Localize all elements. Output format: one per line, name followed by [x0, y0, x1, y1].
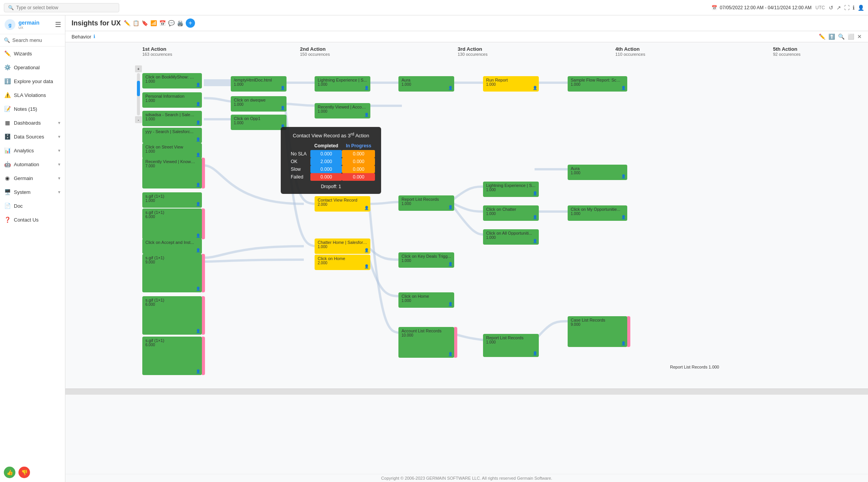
- sidebar-item-contactus[interactable]: ❓ Contact Us: [0, 213, 65, 227]
- calendar-icon: 📅: [711, 5, 717, 10]
- sidebar-item-label: Germain: [14, 175, 54, 181]
- node-n3b[interactable]: Recently Viewed | Accoun... 1.000 👤: [315, 103, 370, 118]
- node-n4e[interactable]: Account List Records 10.000 👤: [398, 327, 454, 358]
- wizards-icon: ✏️: [4, 50, 11, 57]
- chart-icon[interactable]: 📶: [150, 20, 157, 26]
- print-icon[interactable]: 🖨️: [177, 20, 183, 26]
- sidebar-item-label: System: [14, 189, 54, 195]
- tooltip-row-slow: Slow 0.000 0.000: [287, 165, 375, 173]
- add-button[interactable]: +: [186, 18, 195, 28]
- sidebar-item-dashboards[interactable]: ▦ Dashboards ▼: [0, 116, 65, 130]
- edit-toolbar-icon[interactable]: ✏️: [819, 33, 825, 40]
- sidebar-item-sla[interactable]: ⚠️ SLA Violations: [0, 88, 65, 102]
- node-n6a[interactable]: Sample Flow Report: Scre... 1.000 👤: [568, 76, 627, 92]
- node-n3[interactable]: sdsadsa - Search | Sales... 1.000 👤: [142, 111, 202, 126]
- external-link-icon[interactable]: ↗: [836, 5, 841, 11]
- logo-sub: UX: [18, 26, 39, 30]
- node-n4b[interactable]: Report List Records 1.000 👤: [398, 195, 454, 211]
- node-n3d[interactable]: Chatter Home | Salesforc... 1.000 👤: [315, 238, 370, 254]
- search-input[interactable]: [16, 5, 93, 10]
- node-n4a[interactable]: Aura 1.000 👤: [398, 76, 454, 92]
- node-n4[interactable]: yyy - Search | Salesforc... 👤: [142, 128, 202, 143]
- refresh-icon[interactable]: ↺: [829, 5, 833, 11]
- col-header-3: 3rd Action 130 occurences: [458, 46, 535, 57]
- node-n2[interactable]: Personal Information 1.000 👤: [142, 92, 202, 108]
- slider-up-button[interactable]: +: [135, 65, 142, 72]
- topbar-actions: ↺ ↗ ⛶ ℹ 👤: [829, 5, 864, 11]
- slider-down-button[interactable]: -: [135, 116, 142, 123]
- node-n12[interactable]: s.gif (1×1) 6.000 👤: [142, 337, 202, 375]
- sidebar-item-analytics[interactable]: 📊 Analytics ▼: [0, 143, 65, 157]
- share-toolbar-icon[interactable]: ⬆️: [828, 33, 835, 40]
- datasources-icon: 🗄️: [4, 133, 11, 140]
- node-n5e[interactable]: Report List Records 1.000 👤: [483, 334, 539, 357]
- search-toolbar-icon[interactable]: 🔍: [838, 33, 845, 40]
- flow-area[interactable]: .conn { fill: none; stroke: #b0c4de; str…: [65, 42, 868, 474]
- comment-icon[interactable]: 💬: [168, 20, 175, 26]
- fullscreen-icon[interactable]: ⛶: [844, 5, 850, 11]
- sidebar-search[interactable]: 🔍 Search menu: [0, 34, 65, 47]
- slider-track[interactable]: [137, 73, 140, 115]
- chevron-down-icon: ▼: [57, 121, 61, 125]
- sidebar-item-explore[interactable]: ℹ️ Explore your data: [0, 74, 65, 88]
- chevron-down-icon: ▼: [57, 190, 61, 194]
- germain-icon: ◉: [4, 175, 11, 181]
- node-n6b[interactable]: Aura 1.000 👤: [568, 165, 627, 180]
- sidebar-item-notes[interactable]: 📝 Notes (15): [0, 102, 65, 116]
- copy-icon[interactable]: 📋: [133, 20, 139, 26]
- toolbar-right: ✏️ ⬆️ 🔍 ⬜ ✕: [819, 33, 862, 40]
- node-n1[interactable]: Click on BookMyShow: Mo... 1.000 👤: [142, 73, 202, 88]
- node-n10[interactable]: s.gif (1×1) 9.000 👤: [142, 254, 202, 292]
- node-n5d[interactable]: Click on All Opportuniti... 1.000 👤: [483, 229, 539, 245]
- node-n3e[interactable]: Click on Home 2.000 👤: [315, 255, 370, 270]
- col-count-2: 150 occurences: [300, 52, 377, 57]
- close-toolbar-icon[interactable]: ✕: [857, 33, 862, 40]
- node-n5[interactable]: Click on Street View 1.000 👤: [142, 143, 202, 158]
- slider-thumb[interactable]: [137, 81, 140, 96]
- top-bar: 🔍 📅 07/05/2022 12:00 AM - 04/11/2024 12:…: [0, 0, 868, 15]
- node-n5a[interactable]: Run Report 1.000 👤: [483, 76, 539, 92]
- node-n4c[interactable]: Click on Key Deals Trigg... 1.000 👤: [398, 252, 454, 268]
- sidebar-item-datasources[interactable]: 🗄️ Data Sources ▼: [0, 130, 65, 143]
- node-n5b[interactable]: Lightning Experience | S... 1.000 👤: [483, 182, 539, 197]
- node-n6c[interactable]: Click on My Opportunitie... 1.000 👤: [568, 205, 627, 221]
- node-n6d[interactable]: Case List Records 9.000 👤: [568, 316, 627, 347]
- sidebar: g germain UX ☰ 🔍 Search menu ✏️ Wizards …: [0, 15, 65, 482]
- vertical-slider[interactable]: + -: [135, 65, 142, 123]
- bookmark-icon[interactable]: 🔖: [142, 20, 148, 26]
- node-n2b[interactable]: Click on dweqwe 1.000 👤: [231, 96, 287, 112]
- node-n2c[interactable]: Click on Opp1 1.000 👤: [231, 115, 287, 130]
- hamburger-icon[interactable]: ☰: [55, 20, 61, 29]
- window-toolbar-icon[interactable]: ⬜: [848, 33, 854, 40]
- node-n5c[interactable]: Click on Chatter 1.000 👤: [483, 205, 539, 221]
- node-n2a[interactable]: /emptyHtmlDoc.html 1.000 👤: [231, 76, 287, 92]
- calendar-icon[interactable]: 📅: [159, 20, 166, 26]
- behavior-info-icon[interactable]: ℹ: [93, 34, 95, 39]
- node-n11[interactable]: s.gif (1×1) 6.000 👤: [142, 296, 202, 335]
- sidebar-item-operational[interactable]: ⚙️ Operational: [0, 60, 65, 74]
- info-icon[interactable]: ℹ: [853, 5, 855, 11]
- sidebar-item-system[interactable]: 🖥️ System ▼: [0, 185, 65, 199]
- sidebar-item-automation[interactable]: 🤖 Automation ▼: [0, 157, 65, 171]
- node-n4d[interactable]: Click on Home 1.000 👤: [398, 292, 454, 308]
- sidebar-item-doc[interactable]: 📄 Doc: [0, 199, 65, 213]
- sidebar-item-label: Automation: [14, 162, 54, 167]
- thumbs-down-button[interactable]: 👎: [18, 467, 30, 478]
- tooltip-popup: Contact View Record as 3rd Action Comple…: [281, 127, 381, 194]
- edit-icon[interactable]: ✏️: [124, 20, 130, 26]
- node-n7[interactable]: s.gif (1×1) 1.000 👤: [142, 192, 202, 208]
- sidebar-logo: g germain UX ☰: [0, 15, 65, 34]
- node-n6[interactable]: Recently Viewed | Knowle... 7.000 👤: [142, 158, 202, 188]
- sidebar-item-germain[interactable]: ◉ Germain ▼: [0, 171, 65, 185]
- node-n9[interactable]: Click on Accept and Inst... 👤: [142, 238, 202, 254]
- user-icon[interactable]: 👤: [858, 5, 864, 11]
- sidebar-item-wizards[interactable]: ✏️ Wizards: [0, 47, 65, 60]
- sidebar-item-label: Dashboards: [14, 120, 54, 126]
- node-n8[interactable]: s.gif (1×1) 6.000 👤: [142, 208, 202, 239]
- node-n3c[interactable]: Contact View Record 2.000 👤: [315, 196, 370, 212]
- search-bar[interactable]: 🔍: [4, 3, 119, 12]
- chevron-down-icon: ▼: [57, 176, 61, 180]
- node-n3a[interactable]: Lightning Experience | S... 1.000 👤: [315, 76, 370, 92]
- thumbs-up-button[interactable]: 👍: [4, 467, 15, 478]
- flow-scrollbar[interactable]: [65, 389, 868, 395]
